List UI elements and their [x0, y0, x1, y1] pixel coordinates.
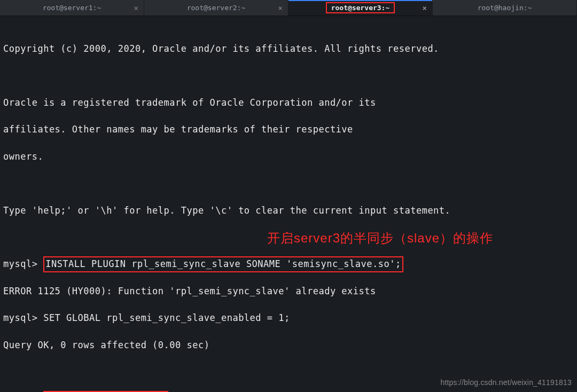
watermark: https://blog.csdn.net/weixin_41191813 — [440, 378, 572, 387]
trademark-line: affiliates. Other names may be trademark… — [3, 123, 574, 136]
query-ok-line: Query OK, 0 rows affected (0.00 sec) — [3, 339, 574, 352]
mysql-prompt-line: mysql> SET GLOBAL rpl_semi_sync_slave_en… — [3, 311, 574, 325]
tab-server3[interactable]: root@server3:~ × — [288, 0, 433, 15]
error-line: ERROR 1125 (HY000): Function 'rpl_semi_s… — [3, 285, 574, 298]
trademark-line: Oracle is a registered trademark of Orac… — [3, 96, 574, 109]
tab-title: root@haojin:~ — [473, 3, 536, 12]
install-plugin-command: INSTALL PLUGIN rpl_semi_sync_slave SONAM… — [43, 256, 403, 272]
tab-title: root@server3:~ — [326, 2, 395, 13]
trademark-line: owners. — [3, 150, 574, 163]
mysql-prompt-line: mysql> INSTALL PLUGIN rpl_semi_sync_slav… — [3, 257, 574, 271]
close-icon[interactable]: × — [278, 4, 283, 12]
tab-server2[interactable]: root@server2:~ × — [144, 0, 288, 15]
close-icon[interactable]: × — [134, 4, 138, 12]
annotation-text: 开启server3的半同步（slave）的操作 — [267, 230, 493, 247]
close-icon[interactable]: × — [423, 4, 427, 12]
tab-bar: root@server1:~ × root@server2:~ × root@s… — [0, 0, 577, 16]
active-tab-indicator — [288, 0, 432, 1]
mysql-prompt: mysql> — [3, 258, 43, 269]
help-line: Type 'help;' or '\h' for help. Type '\c'… — [3, 204, 574, 217]
tab-haojin[interactable]: root@haojin:~ — [433, 0, 577, 15]
tab-server1[interactable]: root@server1:~ × — [0, 0, 144, 15]
tab-title: root@server2:~ — [183, 3, 250, 12]
tab-title: root@server1:~ — [38, 3, 106, 12]
terminal-output[interactable]: Copyright (c) 2000, 2020, Oracle and/or … — [0, 16, 577, 392]
copyright-line: Copyright (c) 2000, 2020, Oracle and/or … — [3, 42, 574, 56]
